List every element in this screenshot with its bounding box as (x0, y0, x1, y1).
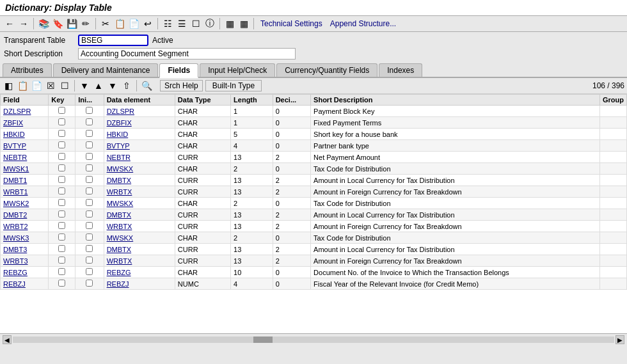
print-icon[interactable]: ✏ (80, 18, 91, 29)
data-element-link[interactable]: DZBFIX (107, 119, 132, 127)
fields-copy-icon[interactable]: 📋 (17, 80, 28, 91)
key-checkbox[interactable] (58, 199, 65, 206)
fields-filter-icon[interactable]: ▼ (79, 80, 90, 91)
field-link[interactable]: MWSK1 (3, 165, 29, 173)
data-element-link[interactable]: MWSKX (107, 234, 134, 242)
history-icon[interactable]: 📚 (38, 18, 49, 29)
info-icon[interactable]: ⓘ (204, 18, 216, 29)
key-checkbox[interactable] (58, 245, 65, 252)
forward-icon[interactable]: → (18, 18, 29, 29)
save-icon[interactable]: 💾 (66, 18, 77, 29)
fields-paste-icon[interactable]: 📄 (31, 80, 42, 91)
fields-sort-asc-icon[interactable]: ▲ (93, 80, 104, 91)
fields-search-preview-icon[interactable]: 🔍 (141, 80, 152, 91)
field-link[interactable]: REBZJ (3, 280, 26, 288)
key-checkbox[interactable] (58, 153, 65, 160)
key-checkbox[interactable] (58, 176, 65, 183)
short-desc-input[interactable] (78, 48, 296, 59)
ini-checkbox[interactable] (86, 280, 93, 287)
key-checkbox[interactable] (58, 257, 65, 264)
tab-fields[interactable]: Fields (159, 63, 198, 78)
data-element-link[interactable]: DMBTX (107, 211, 132, 219)
ini-checkbox[interactable] (86, 233, 93, 241)
data-element-link[interactable]: HBKID (107, 131, 129, 138)
data-element-link[interactable]: WRBTX (107, 223, 132, 230)
ini-checkbox[interactable] (86, 199, 93, 206)
technical-settings-link[interactable]: Technical Settings (258, 19, 325, 28)
data-element-link[interactable]: DMBTX (107, 246, 132, 253)
built-in-type-button[interactable]: Built-In Type (205, 80, 262, 91)
data-element-link[interactable]: BVTYP (107, 142, 130, 150)
ini-checkbox[interactable] (86, 141, 93, 148)
field-link[interactable]: HBKID (3, 131, 25, 138)
data-element-link[interactable]: DZLSPR (107, 107, 134, 115)
cut-icon[interactable]: ✂ (100, 18, 111, 29)
field-link[interactable]: DMBT2 (3, 211, 27, 219)
data-element-link[interactable]: MWSKX (107, 200, 134, 207)
fields-select-icon[interactable]: ◧ (3, 80, 14, 91)
scroll-left-btn[interactable]: ◀ (3, 335, 12, 344)
key-checkbox[interactable] (58, 222, 65, 229)
key-checkbox[interactable] (58, 130, 65, 137)
field-link[interactable]: MWSK2 (3, 200, 29, 207)
fields-up-icon[interactable]: ⇧ (121, 80, 132, 91)
append-structure-link[interactable]: Append Structure... (328, 19, 399, 28)
table-rows-icon[interactable]: ▦ (224, 18, 235, 29)
grid-icon[interactable]: ☷ (162, 18, 173, 29)
ini-checkbox[interactable] (86, 107, 93, 114)
key-checkbox[interactable] (58, 268, 65, 275)
field-link[interactable]: ZBFIX (3, 119, 23, 127)
data-element-link[interactable]: WRBTX (107, 257, 132, 265)
fields-insert-icon[interactable]: ☐ (59, 80, 70, 91)
field-link[interactable]: DZLSPR (3, 107, 31, 115)
tab-attributes[interactable]: Attributes (3, 63, 52, 77)
srch-help-button[interactable]: Srch Help (160, 80, 203, 91)
key-checkbox[interactable] (58, 187, 65, 194)
key-checkbox[interactable] (58, 164, 65, 171)
tab-input-help[interactable]: Input Help/Check (200, 63, 275, 77)
table-cols-icon[interactable]: ▦ (238, 18, 250, 29)
ini-checkbox[interactable] (86, 245, 93, 252)
ini-checkbox[interactable] (86, 210, 93, 218)
back-icon[interactable]: ← (4, 18, 15, 29)
scroll-right-btn[interactable]: ▶ (615, 335, 624, 344)
data-element-link[interactable]: REBZJ (107, 280, 129, 288)
key-checkbox[interactable] (58, 233, 65, 241)
paste-icon[interactable]: 📄 (128, 18, 139, 29)
ini-checkbox[interactable] (86, 268, 93, 275)
ini-checkbox[interactable] (86, 176, 93, 183)
undo-icon[interactable]: ↩ (142, 18, 154, 29)
field-link[interactable]: MWSK3 (3, 234, 29, 242)
field-link[interactable]: BVTYP (3, 142, 26, 150)
field-link[interactable]: WRBT1 (3, 188, 28, 196)
ini-checkbox[interactable] (86, 257, 93, 264)
field-link[interactable]: NEBTR (3, 154, 27, 161)
data-element-link[interactable]: WRBTX (107, 188, 132, 196)
fields-delete-icon[interactable]: ☒ (45, 80, 56, 91)
table-input[interactable] (78, 35, 148, 46)
ini-checkbox[interactable] (86, 164, 93, 171)
ini-checkbox[interactable] (86, 153, 93, 160)
tab-currency[interactable]: Currency/Quantity Fields (276, 63, 377, 77)
tab-delivery[interactable]: Delivery and Maintenance (53, 63, 159, 77)
key-checkbox[interactable] (58, 107, 65, 114)
list-icon[interactable]: ☰ (176, 18, 187, 29)
check-icon[interactable]: ☐ (190, 18, 202, 29)
fields-sort-desc-icon[interactable]: ▼ (107, 80, 118, 91)
data-element-link[interactable]: REBZG (107, 269, 131, 276)
bookmark-icon[interactable]: 🔖 (52, 18, 63, 29)
ini-checkbox[interactable] (86, 222, 93, 229)
tab-indexes[interactable]: Indexes (379, 63, 422, 77)
field-link[interactable]: REBZG (3, 269, 28, 276)
scroll-thumb[interactable] (253, 336, 273, 343)
field-link[interactable]: WRBT2 (3, 223, 28, 230)
scroll-track[interactable] (13, 336, 614, 343)
field-link[interactable]: DMBT3 (3, 246, 27, 253)
key-checkbox[interactable] (58, 141, 65, 148)
data-element-link[interactable]: DMBTX (107, 177, 132, 184)
key-checkbox[interactable] (58, 210, 65, 218)
data-element-link[interactable]: NEBTR (107, 154, 131, 161)
key-checkbox[interactable] (58, 280, 65, 287)
ini-checkbox[interactable] (86, 130, 93, 137)
ini-checkbox[interactable] (86, 118, 93, 125)
